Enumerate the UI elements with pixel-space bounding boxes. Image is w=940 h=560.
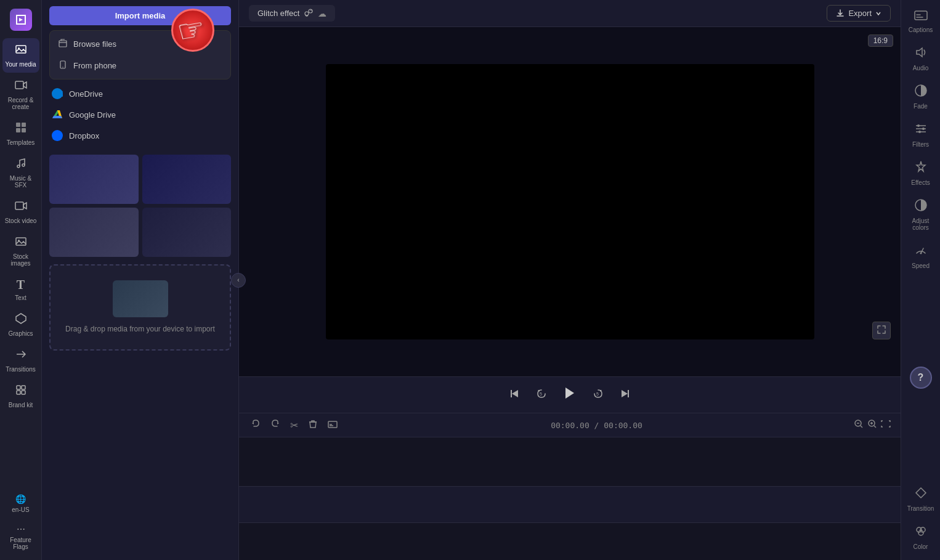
media-thumbnail-1[interactable] (49, 155, 139, 204)
logo-icon (10, 9, 32, 31)
sidebar-item-templates[interactable]: Templates (2, 116, 39, 151)
sidebar-item-record-create[interactable]: Record & create (2, 74, 39, 115)
zoom-in-button[interactable] (867, 419, 877, 431)
browse-files-item[interactable]: Browse files (50, 33, 230, 55)
panel-collapse-button[interactable]: ‹ (231, 273, 246, 288)
onedrive-icon (52, 88, 63, 99)
sidebar-item-your-media[interactable]: Your media (2, 38, 39, 73)
right-item-transition[interactable]: Transition (904, 481, 938, 517)
undo-button[interactable] (249, 417, 262, 433)
svg-rect-5 (16, 128, 20, 132)
svg-rect-0 (16, 46, 26, 53)
right-item-captions[interactable]: Captions (904, 5, 938, 38)
captions-icon (914, 10, 928, 24)
skip-forward-button[interactable] (617, 385, 634, 405)
browse-files-label: Browse files (73, 39, 116, 49)
svg-text:5: 5 (596, 392, 599, 396)
right-item-speed[interactable]: Speed (904, 238, 938, 274)
captions-button[interactable] (326, 417, 339, 433)
dropbox-label: Dropbox (69, 131, 99, 140)
templates-icon (15, 121, 27, 137)
media-grid (49, 155, 231, 257)
right-label-fade: Fade (914, 103, 928, 110)
svg-point-45 (920, 253, 922, 254)
sidebar-item-stock-video[interactable]: Stock video (2, 195, 39, 229)
right-item-adjust-colors[interactable]: Adjust colors (904, 193, 938, 236)
svg-rect-10 (16, 238, 26, 245)
app-logo[interactable] (2, 5, 39, 34)
right-item-fade[interactable]: Fade (904, 79, 938, 115)
transitions-icon (15, 348, 27, 363)
svg-point-28 (309, 9, 312, 13)
sidebar-item-music-sfx[interactable]: Music & SFX (2, 152, 39, 193)
right-item-filters[interactable]: Filters (904, 117, 938, 153)
effect-tab[interactable]: Glitch effect ☁ (249, 5, 335, 22)
google-drive-label: Google Drive (69, 110, 116, 120)
timeline-track (239, 486, 901, 523)
language-icon: 🌐 (15, 494, 26, 504)
export-button[interactable]: Export (827, 5, 891, 22)
sidebar-label-text: Text (15, 294, 26, 301)
transition-icon (914, 486, 928, 503)
skip-back-button[interactable] (506, 385, 523, 405)
from-phone-item[interactable]: From phone (50, 55, 230, 76)
zoom-out-button[interactable] (854, 419, 864, 431)
phone-icon (59, 60, 67, 71)
svg-text:5: 5 (540, 392, 542, 396)
fit-timeline-button[interactable] (881, 419, 891, 431)
file-icon (59, 39, 67, 49)
drop-zone-text: Drag & drop media from your device to im… (58, 323, 222, 335)
import-media-button[interactable]: Import media (49, 6, 231, 25)
fullscreen-button[interactable] (872, 322, 891, 339)
media-thumbnail-4[interactable] (142, 208, 232, 257)
effect-tab-close-icon[interactable] (304, 8, 313, 18)
media-thumbnail-3[interactable] (49, 208, 139, 257)
right-sidebar: Captions Audio Fade (901, 0, 940, 560)
timeline-area (239, 437, 901, 560)
dropbox-item[interactable]: Dropbox (49, 125, 231, 146)
svg-rect-6 (22, 128, 26, 132)
forward-5-button[interactable]: 5 (590, 385, 607, 405)
sidebar-item-stock-images[interactable]: Stock images (2, 230, 39, 272)
time-display: 00:00.00 / 00:00.00 (346, 421, 848, 430)
sidebar-item-transitions[interactable]: Transitions (2, 343, 39, 378)
play-button[interactable] (560, 383, 580, 407)
drop-thumb (113, 280, 168, 317)
sidebar-item-graphics[interactable]: Graphics (2, 307, 39, 342)
right-item-effects[interactable]: Effects (904, 155, 938, 191)
drop-zone[interactable]: Drag & drop media from your device to im… (49, 264, 231, 351)
sidebar-item-language[interactable]: 🌐 en-US (2, 489, 39, 518)
onedrive-item[interactable]: OneDrive (49, 83, 231, 104)
sidebar-label-graphics: Graphics (8, 330, 33, 337)
svg-marker-12 (16, 314, 26, 323)
cut-button[interactable]: ✂ (288, 418, 300, 433)
right-item-color[interactable]: Color (904, 519, 938, 555)
aspect-ratio-badge[interactable]: 16:9 (868, 34, 893, 47)
your-media-icon (15, 43, 27, 59)
svg-rect-2 (15, 81, 23, 89)
left-sidebar: Your media Record & create Templates (0, 0, 42, 560)
sidebar-label-stock-video: Stock video (5, 217, 37, 224)
sidebar-item-feature-flags[interactable]: ⋯ Feature Flags (2, 519, 39, 555)
delete-button[interactable] (306, 417, 320, 433)
brand-kit-icon (15, 384, 27, 399)
sidebar-item-brand-kit[interactable]: Brand kit (2, 379, 39, 413)
color-icon (914, 524, 928, 541)
svg-point-42 (922, 128, 925, 130)
svg-point-19 (62, 67, 63, 67)
drop-thumb-inner (113, 280, 168, 317)
right-item-audio[interactable]: Audio (904, 41, 938, 76)
redo-button[interactable] (269, 417, 282, 433)
google-drive-item[interactable]: Google Drive (49, 104, 231, 125)
right-label-audio: Audio (913, 65, 929, 71)
media-thumbnail-2[interactable] (142, 155, 232, 204)
effects-icon (914, 160, 928, 177)
right-label-filters: Filters (912, 141, 929, 148)
sidebar-item-text[interactable]: T Text (2, 273, 39, 306)
time-separator: / (594, 421, 604, 430)
sidebar-label-feature-flags: Feature Flags (5, 537, 37, 550)
rewind-5-button[interactable]: 5 (533, 385, 550, 405)
graphics-icon (15, 312, 27, 328)
help-button[interactable]: ? (910, 367, 932, 389)
cloud-save-icon[interactable]: ☁ (318, 9, 326, 18)
